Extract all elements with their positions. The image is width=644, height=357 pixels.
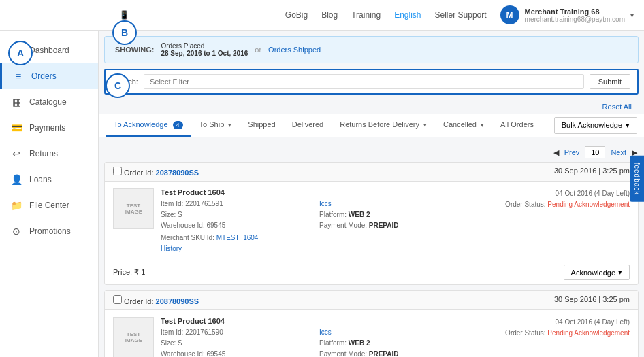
showing-section-label: Orders Placed <box>161 42 248 50</box>
size-2: S <box>178 339 182 347</box>
sidebar-label-loans: Loans <box>29 175 52 184</box>
sidebar-item-returns[interactable]: ↩ Returns <box>0 141 98 167</box>
order-select-2[interactable] <box>113 295 122 304</box>
showing-dates: 28 Sep, 2016 to 1 Oct, 2016 <box>161 50 248 57</box>
sidebar-item-payments[interactable]: 💳 Payments <box>0 115 98 141</box>
order-id-value-1: 20878090SS <box>156 169 199 177</box>
product-name-1: Test Product 1604 <box>161 188 312 197</box>
product-right-2: 04 Oct 2016 (4 Day Left) Order Status: P… <box>478 317 630 339</box>
english-dropdown[interactable]: English <box>394 10 421 20</box>
tab-cancelled-label: Cancelled <box>443 120 477 129</box>
warehouse-2: 69545 <box>206 350 225 357</box>
product-meta-1: Item Id: 2201761591 Size: S Warehouse Id… <box>161 199 312 231</box>
sidebar-label-catalogue: Catalogue <box>29 97 67 107</box>
warehouse-1: 69545 <box>206 222 225 229</box>
callout-c: C <box>106 73 130 98</box>
search-submit-button[interactable]: Submit <box>590 74 630 89</box>
blog-link[interactable]: Blog <box>321 10 338 20</box>
showing-shipped[interactable]: Orders Shipped <box>268 46 321 54</box>
order-body-2: TESTIMAGE Test Product 1604 Item Id: 220… <box>105 310 638 357</box>
tabs-row: To Acknowledge 4 To Ship ▾ Shipped Deliv… <box>99 114 644 137</box>
callout-a: A <box>8 41 33 65</box>
user-email: merchant.training68@paytm.com <box>525 16 625 23</box>
tab-returns-before-delivery[interactable]: Returns Before Delivery ▾ <box>332 114 435 137</box>
location-1: Iccs <box>319 200 332 207</box>
user-avatar: M <box>500 5 519 24</box>
price-1: Price: ₹ 1 <box>113 268 145 277</box>
training-link[interactable]: Training <box>351 10 381 20</box>
sidebar-item-filecenter[interactable]: 📁 File Center <box>0 192 98 218</box>
product-mid-2: Iccs Platform: WEB 2 Payment Mode: PREPA… <box>319 327 471 357</box>
tab-to-ship[interactable]: To Ship ▾ <box>191 114 240 137</box>
history-link-1[interactable]: History <box>161 245 182 252</box>
sidebar: ⊞ Dashboard ≡ Orders ▦ Catalogue 💳 Payme… <box>0 31 99 357</box>
acknowledge-button-1[interactable]: Acknowledge ▾ <box>564 265 630 280</box>
nav-links: GoBig Blog Training English Seller Suppo… <box>285 10 487 20</box>
order-date-1: 30 Sep 2016 | 3:25 pm <box>554 167 630 177</box>
item-id-2: 2201761590 <box>185 328 223 336</box>
search-bar: Search: Submit <box>104 69 639 95</box>
bulk-acknowledge-chevron-icon: ▾ <box>626 121 630 130</box>
platform-2: WEB 2 <box>349 339 370 347</box>
search-input[interactable] <box>144 74 584 89</box>
product-name-2: Test Product 1604 <box>161 317 312 325</box>
user-menu[interactable]: M Merchant Training 68 merchant.training… <box>500 5 634 24</box>
product-right-1: 04 Oct 2016 (4 Day Left) Order Status: P… <box>478 188 630 210</box>
payment-mode-1: PREPAID <box>369 222 399 229</box>
sidebar-item-promotions[interactable]: ⊙ Promotions <box>0 218 98 244</box>
sidebar-label-orders: Orders <box>31 71 57 81</box>
rbd-chevron-icon: ▾ <box>423 122 427 129</box>
bulk-acknowledge-label: Bulk Acknowledge <box>562 121 622 129</box>
returns-icon: ↩ <box>10 148 22 160</box>
due-date-1: 04 Oct 2016 (4 Day Left) <box>555 190 630 197</box>
sidebar-item-orders[interactable]: ≡ Orders <box>0 63 98 89</box>
feedback-tab[interactable]: feedback <box>630 155 644 202</box>
bulk-acknowledge-button[interactable]: Bulk Acknowledge ▾ <box>554 117 637 134</box>
callout-b: B <box>112 20 137 45</box>
showing-label: SHOWING: <box>115 46 154 54</box>
nav-icons: 📱 <box>119 10 129 20</box>
order-footer-1: Price: ₹ 1 Acknowledge ▾ <box>105 260 638 284</box>
size-1: S <box>178 211 182 218</box>
product-details-2: Test Product 1604 Item Id: 2201761590 Si… <box>161 317 312 357</box>
filecenter-icon: 📁 <box>10 199 22 211</box>
order-header-1: Order Id: 20878090SS 30 Sep 2016 | 3:25 … <box>105 163 638 182</box>
prev-button[interactable]: Prev <box>564 148 580 156</box>
tab-delivered[interactable]: Delivered <box>284 114 332 137</box>
orders-icon: ≡ <box>12 70 25 82</box>
gobig-link[interactable]: GoBig <box>285 10 308 20</box>
tab-delivered-label: Delivered <box>292 120 323 129</box>
next-button[interactable]: Next <box>611 148 626 156</box>
tab-to-acknowledge-label: To Acknowledge <box>114 120 168 129</box>
tab-all-orders-label: All Orders <box>500 120 534 129</box>
location-2: Iccs <box>319 328 332 336</box>
catalogue-icon: ▦ <box>10 96 22 108</box>
seller-support-link[interactable]: Seller Support <box>435 10 487 20</box>
promotions-icon: ⊙ <box>10 225 22 237</box>
page-input[interactable] <box>585 146 605 158</box>
tab-cancelled[interactable]: Cancelled ▾ <box>435 114 492 137</box>
payments-icon: 💳 <box>10 122 22 134</box>
acknowledge-chevron-icon-1: ▾ <box>618 268 622 277</box>
tab-shipped-label: Shipped <box>248 120 275 129</box>
sidebar-item-catalogue[interactable]: ▦ Catalogue <box>0 89 98 115</box>
reset-all-link[interactable]: Reset All <box>596 100 639 114</box>
showing-or: or <box>255 46 261 54</box>
tab-to-acknowledge[interactable]: To Acknowledge 4 <box>106 114 191 137</box>
order-id-label-2: Order Id: <box>124 297 155 305</box>
product-meta-2: Item Id: 2201761590 Size: S Warehouse Id… <box>161 327 312 357</box>
user-chevron-icon: ▾ <box>630 12 634 19</box>
acknowledge-label-1: Acknowledge <box>571 269 615 277</box>
sidebar-label-promotions: Promotions <box>29 226 71 236</box>
order-select-1[interactable] <box>113 167 122 175</box>
tab-shipped[interactable]: Shipped <box>240 114 283 137</box>
user-info: Merchant Training 68 merchant.training68… <box>525 7 625 23</box>
content-area: SHOWING: Orders Placed 28 Sep, 2016 to 1… <box>99 31 644 357</box>
order-status-1: Pending Acknowledgement <box>547 201 630 208</box>
due-date-2: 04 Oct 2016 (4 Day Left) <box>555 318 630 326</box>
order-date-2: 30 Sep 2016 | 3:25 pm <box>554 295 630 305</box>
order-id-label-1: Order Id: <box>124 169 155 177</box>
tab-all-orders[interactable]: All Orders <box>492 114 542 137</box>
sidebar-item-loans[interactable]: 👤 Loans <box>0 167 98 192</box>
phone-icon: 📱 <box>119 10 129 20</box>
